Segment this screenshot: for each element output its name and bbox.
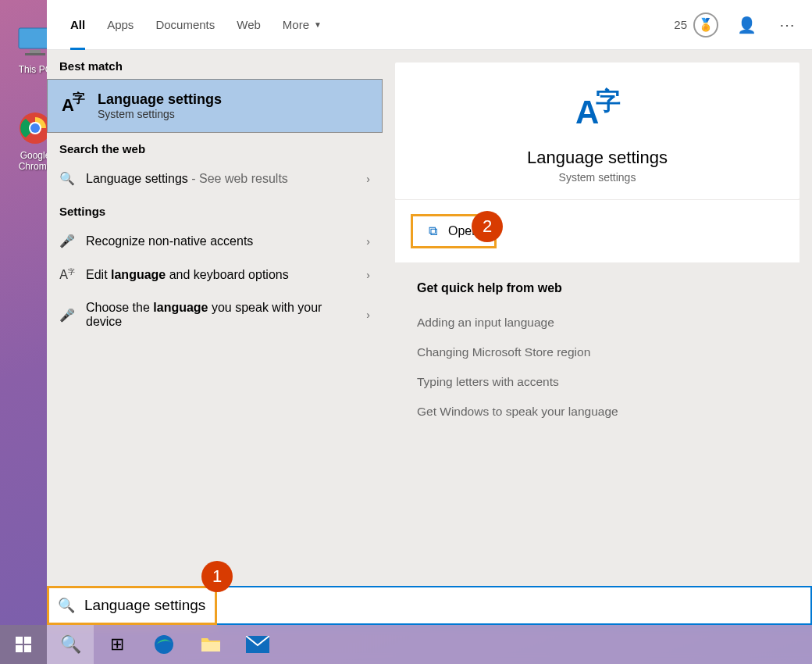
best-match-subtitle: System settings <box>98 108 222 120</box>
search-input[interactable] <box>84 597 801 614</box>
language-small-icon: A字 <box>59 267 75 282</box>
open-icon: ⧉ <box>429 224 437 238</box>
microphone-icon: 🎤 <box>59 308 75 323</box>
tab-apps[interactable]: Apps <box>96 0 144 50</box>
tab-documents[interactable]: Documents <box>144 0 226 50</box>
settings-item[interactable]: 🎤 Choose the language you speak with you… <box>47 291 383 338</box>
svg-rect-9 <box>24 645 31 652</box>
svg-rect-7 <box>24 637 31 644</box>
chevron-right-icon: › <box>366 269 370 281</box>
tab-web[interactable]: Web <box>226 0 272 50</box>
search-icon: 🔍 <box>60 634 81 655</box>
taskbar-explorer[interactable] <box>187 625 234 664</box>
preview-pane: A字 Language settings System settings ⧉ O… <box>383 50 812 625</box>
svg-rect-11 <box>201 642 220 652</box>
best-match-item[interactable]: A字 Language settings System settings <box>47 79 383 133</box>
svg-rect-8 <box>16 645 23 652</box>
folder-icon <box>200 635 222 654</box>
tab-all[interactable]: All <box>59 0 96 50</box>
settings-item-text: Recognize non-native accents <box>86 234 355 248</box>
taskbar-task-view[interactable]: ⊞ <box>94 625 141 664</box>
settings-item[interactable]: A字 Edit language and keyboard options › <box>47 258 383 291</box>
settings-item-text: Choose the language you speak with your … <box>86 301 355 329</box>
language-icon: A字 <box>395 84 800 140</box>
preview-subtitle: System settings <box>395 171 800 184</box>
account-icon[interactable]: 👤 <box>734 12 759 37</box>
task-view-icon: ⊞ <box>110 634 124 655</box>
caret-down-icon: ▼ <box>314 20 322 29</box>
more-icon[interactable]: ⋯ <box>775 12 800 37</box>
taskbar-search-button[interactable]: 🔍 <box>47 625 94 664</box>
results-list: Best match A字 Language settings System s… <box>47 50 383 625</box>
settings-item-text: Edit language and keyboard options <box>86 268 355 282</box>
language-icon: A字 <box>60 91 85 121</box>
rewards-points: 25 <box>674 18 687 31</box>
edge-icon <box>153 634 175 655</box>
chevron-right-icon: › <box>366 309 370 321</box>
chevron-right-icon: › <box>366 235 370 248</box>
help-link[interactable]: Typing letters with accents <box>417 367 778 397</box>
search-results-panel: All Apps Documents Web More▼ 25 🏅 👤 ⋯ Be… <box>47 0 812 625</box>
svg-point-5 <box>30 123 40 133</box>
tab-more[interactable]: More▼ <box>272 0 333 50</box>
taskbar-edge[interactable] <box>141 625 187 664</box>
best-match-title: Language settings <box>98 91 222 108</box>
svg-rect-1 <box>30 50 41 53</box>
microphone-icon: 🎤 <box>59 234 75 248</box>
settings-item[interactable]: 🎤 Recognize non-native accents › <box>47 224 383 258</box>
search-tabs: All Apps Documents Web More▼ 25 🏅 👤 ⋯ <box>47 0 812 50</box>
mail-icon <box>246 636 269 653</box>
web-result-text: Language settings - See web results <box>86 172 355 186</box>
windows-icon <box>16 637 31 652</box>
start-button[interactable] <box>0 625 47 664</box>
preview-title: Language settings <box>395 148 800 168</box>
search-icon: 🔍 <box>58 597 75 614</box>
annotation-badge-2: 2 <box>472 211 503 242</box>
help-link[interactable]: Adding an input language <box>417 308 778 337</box>
taskbar-mail[interactable] <box>234 625 281 664</box>
search-bar[interactable]: 🔍 <box>47 586 812 625</box>
medal-icon: 🏅 <box>693 12 718 37</box>
search-icon: 🔍 <box>59 171 75 186</box>
action-bar: ⧉ Open <box>395 200 800 262</box>
chevron-right-icon: › <box>366 173 370 185</box>
svg-point-10 <box>155 635 173 654</box>
preview-card: A字 Language settings System settings <box>395 62 800 199</box>
help-link[interactable]: Get Windows to speak your language <box>417 397 778 427</box>
web-result-item[interactable]: 🔍 Language settings - See web results › <box>47 162 383 195</box>
taskbar: 🔍 ⊞ <box>0 625 812 664</box>
section-web: Search the web <box>47 133 383 162</box>
help-title: Get quick help from web <box>417 281 778 295</box>
rewards-counter[interactable]: 25 🏅 <box>674 12 718 37</box>
help-link[interactable]: Changing Microsoft Store region <box>417 337 778 367</box>
svg-rect-2 <box>25 53 45 55</box>
annotation-badge-1: 1 <box>201 561 233 592</box>
section-best-match: Best match <box>47 50 383 79</box>
section-settings: Settings <box>47 195 383 224</box>
svg-rect-6 <box>16 637 23 644</box>
